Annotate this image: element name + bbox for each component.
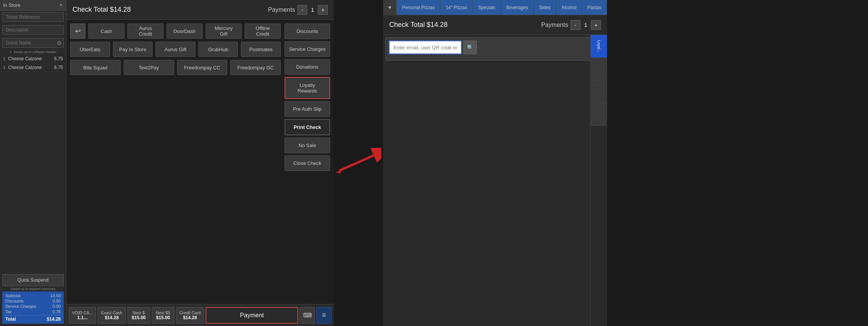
guest-name-field: ⊙ — [2, 38, 64, 48]
tab-sides[interactable]: Sides — [534, 0, 556, 15]
left-panel: In Store ▼ ⊙ ∧ Swipe up to collapse head… — [0, 0, 334, 326]
next-2-amount: $15.00 — [156, 315, 170, 320]
payment-row-3: Bite Squad Text2Pay Freedompay CC Freedo… — [70, 60, 281, 75]
credit-card-amount: $14.28 — [183, 315, 197, 320]
check-total-label: Check Total $14.28 — [72, 6, 131, 14]
discounts-button[interactable]: Discounts — [285, 24, 330, 39]
next-2-label: Next $5 — [156, 310, 170, 315]
summary-service-charges: Service Charges 0.00 — [5, 304, 61, 309]
exact-cash-amount: $14.28 — [105, 315, 119, 320]
print-check-button[interactable]: Print Check — [285, 119, 330, 135]
order-item-2[interactable]: 1 Cheese Calzone 6.75 — [0, 63, 66, 72]
undo-button[interactable]: ↩ — [70, 24, 85, 39]
arrow-indicator — [336, 148, 381, 178]
right-payments-plus-button[interactable]: + — [591, 20, 601, 30]
tab-personal-pizzas[interactable]: Personal Pizzas — [397, 0, 440, 15]
collapse-hint: ∧ Swipe up to collapse header — [0, 49, 66, 55]
arrow-container — [334, 0, 383, 326]
next-dollar-1-button[interactable]: Next $ $15.00 — [127, 307, 150, 324]
postmates-button[interactable]: Postmates — [241, 42, 281, 57]
side-loyalty-button[interactable]: Loyal... — [591, 35, 607, 58]
side-loyalty-label: Loyal... — [597, 40, 601, 52]
pre-auth-slip-button[interactable]: Pre Auth Slip — [285, 101, 330, 117]
bite-squad-button[interactable]: Bite Squad — [70, 60, 121, 75]
description-input[interactable] — [2, 25, 64, 35]
text2pay-button[interactable]: Text2Pay — [124, 60, 174, 75]
main-content: Check Total $14.28 Payments - 1 + ↩ Cash… — [66, 0, 334, 326]
void-cash-amount: 1.1... — [77, 315, 88, 320]
exact-cash-button[interactable]: Exact Cash $14.28 — [97, 307, 126, 324]
next-1-label: Next $ — [133, 310, 145, 315]
payments-label: Payments — [268, 6, 295, 13]
no-sale-button[interactable]: No Sale — [285, 138, 330, 153]
payment-row-2: UberEats Pay In Store Aurus Gift GrubHub… — [70, 42, 281, 57]
order-item-1[interactable]: 1 Cheese Calzone 6.75 — [0, 55, 66, 63]
tab-dropdown[interactable]: ▼ — [383, 0, 397, 15]
freedompay-cc-button[interactable]: Freedompay CC — [177, 60, 228, 75]
ubereats-button[interactable]: UberEats — [70, 42, 110, 57]
cash-button[interactable]: Cash — [88, 24, 124, 39]
store-label: In Store — [3, 2, 59, 8]
order-item-2-name: 1 Cheese Calzone — [3, 65, 42, 70]
collapse-chevron: ∧ — [9, 50, 12, 54]
right-panel: ▼ Personal Pizzas 14" Pizzas Specials Be… — [383, 0, 607, 326]
offline-credit-button[interactable]: Offline Credit — [245, 24, 281, 39]
tab-pastas[interactable]: Pastas — [582, 0, 607, 15]
grubhub-button[interactable]: GrubHub — [198, 42, 238, 57]
freedompay-gc-button[interactable]: Freedompay GC — [230, 60, 281, 75]
ticket-reference-input[interactable] — [2, 12, 64, 22]
pay-in-store-button[interactable]: Pay In Store — [113, 42, 153, 57]
right-payments-count: 1 — [583, 22, 589, 28]
summary-tax: Tax 0.78 — [5, 309, 61, 314]
payments-plus-button[interactable]: + — [318, 5, 328, 15]
summary-subtotal: Subtotal 13.50 — [5, 293, 61, 298]
svg-line-1 — [340, 155, 374, 171]
close-check-button[interactable]: Close Check — [285, 155, 330, 171]
right-payments-section: Payments - 1 + — [541, 20, 601, 30]
tab-beverages[interactable]: Beverages — [501, 0, 534, 15]
bottom-bar: VOID CA... 1.1... Exact Cash $14.28 Next… — [66, 304, 334, 326]
order-item-1-name: 1 Cheese Calzone — [3, 56, 42, 61]
expand-hint: Swipe up to expand summary — [2, 286, 64, 292]
credit-card-button[interactable]: Credit Card $14.28 — [176, 307, 204, 324]
search-icon: 🔍 — [467, 44, 473, 50]
void-cash-button[interactable]: VOID CA... 1.1... — [69, 307, 96, 324]
donations-button[interactable]: Donations — [285, 59, 330, 75]
next-dollar-2-button[interactable]: Next $5 $15.00 — [152, 307, 175, 324]
side-action-4[interactable] — [591, 103, 607, 126]
order-summary: Subtotal 13.50 Discounts 0.00 Service Ch… — [2, 292, 64, 324]
loyalty-dialog: 🔍 ✕ — [385, 37, 605, 61]
tab-dropdown-arrow: ▼ — [387, 5, 392, 10]
loyalty-rewards-button[interactable]: Loyalty Rewards — [285, 77, 330, 99]
side-action-2[interactable] — [591, 58, 607, 80]
service-charges-button[interactable]: Service Charges — [285, 41, 330, 57]
store-selector[interactable]: In Store ▼ — [0, 0, 66, 11]
tab-alcohol[interactable]: Alcohol — [556, 0, 582, 15]
right-payments-minus-button[interactable]: - — [571, 20, 580, 30]
quick-suspend-button[interactable]: Quick Suspend — [2, 274, 64, 286]
summary-discounts: Discounts 0.00 — [5, 298, 61, 304]
aurus-gift-button[interactable]: Aurus Gift — [156, 42, 195, 57]
tab-14-pizzas[interactable]: 14" Pizzas — [440, 0, 473, 15]
payments-minus-button[interactable]: - — [297, 5, 307, 15]
side-action-3[interactable] — [591, 80, 607, 103]
loyalty-search-input[interactable] — [389, 41, 462, 54]
mercury-gift-button[interactable]: Mercury Gift — [206, 24, 242, 39]
payment-button[interactable]: Payment — [206, 307, 298, 324]
loyalty-search-row: 🔍 — [389, 41, 477, 54]
keyboard-icon-button[interactable]: ⌨ — [300, 307, 315, 324]
aurus-credit-button[interactable]: Aurus Credit — [127, 24, 164, 39]
payment-row-1: ↩ Cash Aurus Credit DoorDash Mercury Gif… — [70, 24, 281, 39]
doordash-button[interactable]: DoorDash — [167, 24, 203, 39]
menu-icon-button[interactable]: ≡ — [316, 307, 332, 324]
right-side-actions: Loyal... — [590, 35, 607, 326]
sidebar-footer: Quick Suspend Swipe up to expand summary… — [0, 272, 66, 326]
right-payments-label: Payments — [541, 22, 568, 28]
sidebar: In Store ▼ ⊙ ∧ Swipe up to collapse head… — [0, 0, 66, 326]
tab-specials[interactable]: Specials — [473, 0, 501, 15]
right-tab-bar: ▼ Personal Pizzas 14" Pizzas Specials Be… — [383, 0, 607, 15]
loyalty-search-button[interactable]: 🔍 — [463, 41, 477, 54]
loyalty-dialog-header: 🔍 ✕ — [389, 41, 601, 54]
right-check-header: Check Total $14.28 Payments - 1 + — [383, 15, 607, 35]
guest-name-input[interactable] — [2, 38, 64, 48]
